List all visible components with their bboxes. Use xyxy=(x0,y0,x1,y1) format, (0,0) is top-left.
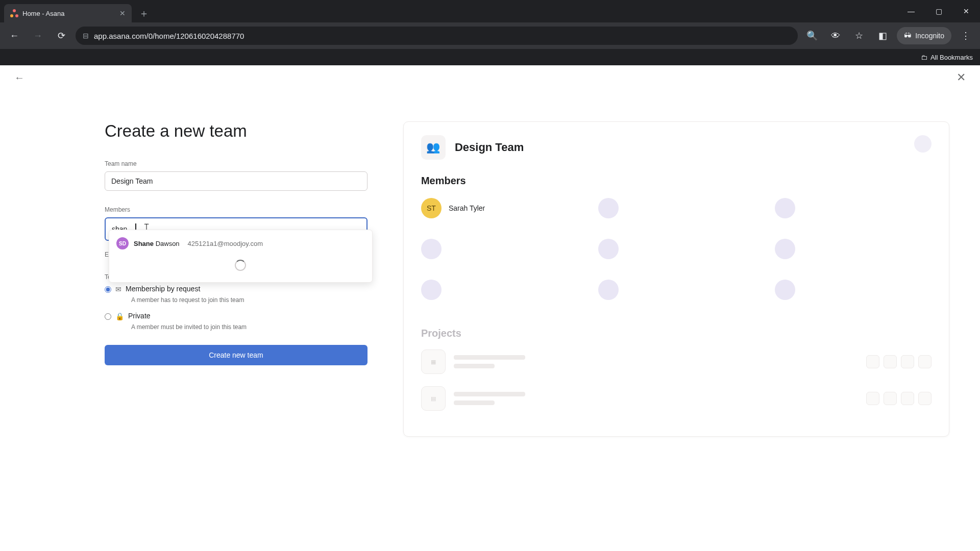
team-icon: 👥 xyxy=(421,135,446,160)
member-skeleton xyxy=(598,280,755,300)
project-lines-skeleton xyxy=(454,355,525,368)
modal-topbar: ← ✕ xyxy=(0,65,980,90)
radio-membership-desc: A member has to request to join this tea… xyxy=(131,296,368,304)
member-skeleton xyxy=(421,239,578,259)
project-thumb-skeleton: ▤ xyxy=(421,386,446,411)
modal-content: Create a new team Team name Members 𝙸 SD… xyxy=(0,65,980,437)
lock-icon: 🔒 xyxy=(115,312,124,320)
app-area: ← ✕ Create a new team Team name Members … xyxy=(0,65,980,551)
window-controls: ― ▢ ✕ xyxy=(897,0,980,22)
project-dots-skeleton xyxy=(866,355,932,368)
kebab-menu-icon[interactable]: ⋮ xyxy=(957,27,975,45)
members-typeahead: SD Shane Dawson 425121a1@moodjoy.com xyxy=(109,230,373,283)
tab-title: Home - Asana xyxy=(22,10,115,17)
back-button[interactable]: ← xyxy=(5,27,23,45)
modal-close-icon[interactable]: ✕ xyxy=(957,71,966,84)
projects-section-title: Projects xyxy=(421,328,932,339)
avatar: SD xyxy=(116,237,129,249)
skeleton-avatar xyxy=(775,239,795,259)
member-name: Sarah Tyler xyxy=(449,204,485,212)
forward-button[interactable]: → xyxy=(29,27,47,45)
header-skeleton-avatar xyxy=(914,135,932,153)
members-section-title: Members xyxy=(421,175,932,187)
reload-button[interactable]: ⟳ xyxy=(52,27,70,45)
browser-toolbar: ← → ⟳ ⊟ app.asana.com/0/home/12061602042… xyxy=(0,22,980,49)
browser-chrome: Home - Asana ✕ ＋ ― ▢ ✕ ← → ⟳ ⊟ app.asana… xyxy=(0,0,980,65)
new-tab-button[interactable]: ＋ xyxy=(132,7,156,20)
create-team-form: Create a new team Team name Members 𝙸 SD… xyxy=(105,121,368,437)
search-icon[interactable]: 🔍 xyxy=(803,27,821,45)
typeahead-option[interactable]: SD Shane Dawson 425121a1@moodjoy.com xyxy=(109,234,372,253)
site-info-icon[interactable]: ⊟ xyxy=(83,32,89,40)
radio-membership[interactable] xyxy=(105,286,111,293)
team-name-field: Team name xyxy=(105,160,368,191)
member-skeleton xyxy=(598,239,755,259)
incognito-icon: 🕶 xyxy=(904,32,911,40)
maximize-button[interactable]: ▢ xyxy=(925,0,952,22)
radio-membership-label: Membership by request xyxy=(126,285,200,293)
project-lines-skeleton xyxy=(454,392,525,405)
radio-private-label: Private xyxy=(128,312,151,320)
skeleton-avatar xyxy=(598,239,619,259)
incognito-label: Incognito xyxy=(915,32,944,40)
browser-tab[interactable]: Home - Asana ✕ xyxy=(4,4,132,22)
members-label: Members xyxy=(105,206,368,213)
eye-off-icon[interactable]: 👁 xyxy=(826,27,845,45)
skeleton-avatar xyxy=(775,280,795,300)
avatar: ST xyxy=(421,198,442,218)
member-skeleton xyxy=(598,198,755,218)
team-name-input[interactable] xyxy=(105,171,368,191)
typeahead-email: 425121a1@moodjoy.com xyxy=(188,240,263,247)
member-skeleton xyxy=(775,239,932,259)
folder-icon: 🗀 xyxy=(921,54,927,61)
member-skeleton xyxy=(775,280,932,300)
incognito-chip[interactable]: 🕶 Incognito xyxy=(897,27,951,44)
tab-close-icon[interactable]: ✕ xyxy=(119,9,126,17)
team-preview-card: 👥 Design Team Members ST Sarah Tyler xyxy=(403,121,949,437)
preview-header: 👥 Design Team xyxy=(421,135,932,160)
address-bar[interactable]: ⊟ app.asana.com/0/home/1206160204288770 xyxy=(76,27,798,45)
side-panel-icon[interactable]: ◧ xyxy=(873,27,892,45)
member-item: ST Sarah Tyler xyxy=(421,198,578,218)
privacy-option-private[interactable]: 🔒 Private xyxy=(105,312,368,320)
radio-private[interactable] xyxy=(105,313,111,320)
team-name-label: Team name xyxy=(105,160,368,167)
bookmarks-bar: 🗀 All Bookmarks xyxy=(0,49,980,65)
url-text: app.asana.com/0/home/1206160204288770 xyxy=(94,32,791,40)
members-grid: ST Sarah Tyler xyxy=(421,198,932,300)
project-thumb-skeleton: ▦ xyxy=(421,349,446,374)
member-skeleton xyxy=(421,280,578,300)
skeleton-avatar xyxy=(421,280,442,300)
envelope-icon: ✉ xyxy=(115,285,121,293)
create-team-button[interactable]: Create new team xyxy=(105,345,368,365)
preview-team-name: Design Team xyxy=(455,141,524,154)
bookmark-star-icon[interactable]: ☆ xyxy=(850,27,868,45)
typeahead-name: Shane Dawson xyxy=(134,240,180,247)
close-window-button[interactable]: ✕ xyxy=(952,0,980,22)
project-skeleton-row: ▤ xyxy=(421,386,932,411)
spinner-icon xyxy=(235,260,246,271)
project-dots-skeleton xyxy=(866,392,932,405)
skeleton-avatar xyxy=(775,198,795,218)
asana-favicon xyxy=(10,9,18,17)
typeahead-loading xyxy=(109,253,372,278)
privacy-option-membership[interactable]: ✉ Membership by request xyxy=(105,285,368,293)
modal-back-icon[interactable]: ← xyxy=(14,72,24,84)
skeleton-avatar xyxy=(598,280,619,300)
member-skeleton xyxy=(775,198,932,218)
tab-bar: Home - Asana ✕ ＋ ― ▢ ✕ xyxy=(0,0,980,22)
skeleton-avatar xyxy=(598,198,619,218)
members-field: Members 𝙸 SD Shane Dawson 425121a1@moodj… xyxy=(105,206,368,241)
page-title: Create a new team xyxy=(105,121,368,141)
all-bookmarks-link[interactable]: All Bookmarks xyxy=(930,54,973,61)
radio-private-desc: A member must be invited to join this te… xyxy=(131,323,368,331)
skeleton-avatar xyxy=(421,239,442,259)
project-skeleton-row: ▦ xyxy=(421,349,932,374)
minimize-button[interactable]: ― xyxy=(897,0,925,22)
